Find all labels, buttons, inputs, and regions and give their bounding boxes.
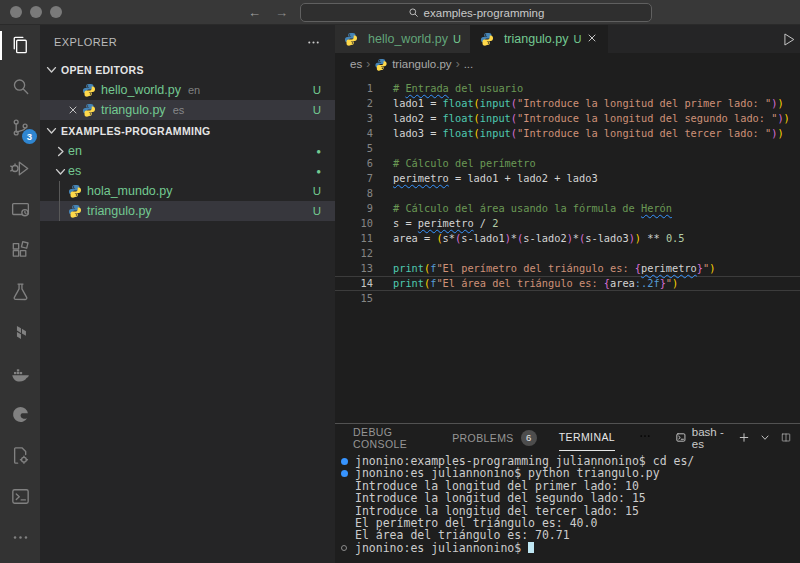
code-line-11[interactable]: 11area = (s*(s-lado1)*(s-lado2)*(s-lado3… <box>335 231 800 246</box>
back-arrow-icon[interactable]: ← <box>248 5 261 20</box>
close-window-button[interactable] <box>10 6 22 18</box>
code-line-1[interactable]: 1# Entrada del usuario <box>335 81 800 96</box>
terminal-shell-picker[interactable]: bash - es <box>675 426 729 450</box>
vscode-window: ← → examples-programming 3 EXPLORER OPEN… <box>0 0 800 563</box>
edge-icon <box>9 403 32 426</box>
tree-file-triangulo.py[interactable]: triangulo.pyU <box>40 201 335 221</box>
code-line-5[interactable]: 5 <box>335 141 800 156</box>
line-content: s = perimetro / 2 <box>393 216 498 231</box>
python-file-icon <box>82 103 96 117</box>
spellcheck-squiggle-token: perimetro <box>393 172 449 184</box>
panel-tab-label: TERMINAL <box>559 431 615 443</box>
command-decoration-filled <box>341 458 355 465</box>
activity-item-terraform[interactable] <box>0 312 40 353</box>
zoom-window-button[interactable] <box>50 6 62 18</box>
activity-item-search[interactable] <box>0 66 40 107</box>
explorer-actions-icon[interactable] <box>306 35 321 50</box>
tree-file-hola_mundo.py[interactable]: hola_mundo.pyU <box>40 181 335 201</box>
tree-folder-es[interactable]: es● <box>40 161 335 181</box>
close-icon[interactable] <box>586 32 598 44</box>
tab-hello_world.py[interactable]: hello_world.pyU <box>335 25 471 53</box>
panel-tab-debug-console[interactable]: DEBUG CONSOLE <box>353 424 430 451</box>
run-python-file-button[interactable] <box>781 25 800 53</box>
code-line-12[interactable]: 12 <box>335 246 800 261</box>
terminal-output[interactable]: jnonino:examples-programming juliannonin… <box>335 451 800 563</box>
sidebar-title: EXPLORER <box>54 36 117 48</box>
code-token: print <box>393 262 424 274</box>
terraform-icon <box>9 321 32 344</box>
activity-item-testing[interactable] <box>0 271 40 312</box>
open-editors-section[interactable]: OPEN EDITORS <box>40 59 335 80</box>
files-icon <box>9 34 32 57</box>
file-name: hello_world.py <box>101 83 181 97</box>
code-token: float <box>443 97 474 109</box>
forward-arrow-icon[interactable]: → <box>275 5 288 20</box>
code-line-8[interactable]: 8 <box>335 186 800 201</box>
activity-item-code-runner[interactable] <box>0 435 40 476</box>
terminal-dropdown-icon[interactable] <box>759 430 771 445</box>
minimize-window-button[interactable] <box>30 6 42 18</box>
tab-label: hello_world.py <box>368 32 448 46</box>
git-untracked-badge: U <box>313 185 321 197</box>
code-token: area <box>610 277 635 289</box>
activity-item-run-and-debug[interactable] <box>0 148 40 189</box>
open-editor-triangulo.py[interactable]: triangulo.pyesU <box>40 100 335 120</box>
split-terminal-icon[interactable] <box>780 430 792 445</box>
code-line-7[interactable]: 7perimetro = lado1 + lado2 + lado3 <box>335 171 800 186</box>
breadcrumb-item[interactable]: es <box>350 58 362 70</box>
activity-item-extensions[interactable] <box>0 230 40 271</box>
tab-triangulo.py[interactable]: triangulo.pyU <box>471 25 609 53</box>
panel-more-actions[interactable] <box>637 428 653 448</box>
breadcrumb-item[interactable]: ... <box>464 58 474 70</box>
close-editor-button[interactable] <box>64 104 82 116</box>
close-icon[interactable] <box>67 104 79 116</box>
activity-item-source-control[interactable]: 3 <box>0 107 40 148</box>
code-line-13[interactable]: 13print(f"El perímetro del triángulo es:… <box>335 261 800 276</box>
panel-tab-terminal[interactable]: TERMINAL <box>559 424 615 451</box>
code-line-4[interactable]: 4lado3 = float(input("Introduce la longi… <box>335 126 800 141</box>
close-tab-button[interactable] <box>586 32 598 47</box>
scm-changes-badge: 3 <box>22 129 37 144</box>
code-token: print <box>393 277 424 289</box>
code-token: "Introduce la longitud del segundo lado:… <box>517 112 777 124</box>
docker-icon <box>9 362 32 385</box>
code-line-10[interactable]: 10s = perimetro / 2 <box>335 216 800 231</box>
activity-item-edge-tools[interactable] <box>0 394 40 435</box>
code-line-14[interactable]: 14print(f"El área del triángulo es: {are… <box>335 276 800 291</box>
tree-folder-en[interactable]: en● <box>40 141 335 161</box>
activity-item-more-views[interactable] <box>0 517 40 558</box>
code-line-9[interactable]: 9# Cálculo del área usando la fórmula de… <box>335 201 800 216</box>
code-token: # <box>393 82 405 94</box>
python-file-icon <box>374 58 388 71</box>
ellipsis-icon[interactable] <box>637 428 653 444</box>
git-untracked-badge: U <box>313 84 321 96</box>
workspace-section[interactable]: EXAMPLES-PROGRAMMING <box>40 120 335 141</box>
breadcrumb-item[interactable]: triangulo.py <box>392 58 451 70</box>
activity-item-remote-explorer[interactable] <box>0 189 40 230</box>
code-editor[interactable]: 1# Entrada del usuario2lado1 = float(inp… <box>335 75 800 423</box>
code-token: lado1 = <box>393 97 443 109</box>
line-number: 4 <box>335 126 381 141</box>
line-number: 12 <box>335 246 381 261</box>
code-line-6[interactable]: 6# Cálculo del perímetro <box>335 156 800 171</box>
line-number: 5 <box>335 141 381 156</box>
panel-tab-problems[interactable]: PROBLEMS6 <box>452 424 537 451</box>
code-line-2[interactable]: 2lado1 = float(input("Introduce la longi… <box>335 96 800 111</box>
chevron-down-icon <box>44 123 59 138</box>
line-number: 11 <box>335 231 381 246</box>
activity-item-external-terminal[interactable] <box>0 476 40 517</box>
activity-item-explorer[interactable] <box>0 25 40 66</box>
code-line-3[interactable]: 3lado2 = float(input("Introduce la longi… <box>335 111 800 126</box>
command-center-search[interactable]: examples-programming <box>300 3 652 22</box>
code-line-15[interactable]: 15 <box>335 291 800 306</box>
activity-item-docker[interactable] <box>0 353 40 394</box>
new-terminal-icon[interactable] <box>738 430 750 445</box>
terminal-line: jnonino:es juliannonino$ python triangul… <box>341 467 800 479</box>
code-token: del usuario <box>449 82 523 94</box>
open-editor-hello_world.py[interactable]: hello_world.pyenU <box>40 80 335 100</box>
play-icon[interactable] <box>781 31 798 48</box>
code-token: 2 <box>492 217 498 229</box>
line-number: 9 <box>335 201 381 216</box>
folder-name: en <box>68 144 82 158</box>
code-token: float <box>443 127 474 139</box>
